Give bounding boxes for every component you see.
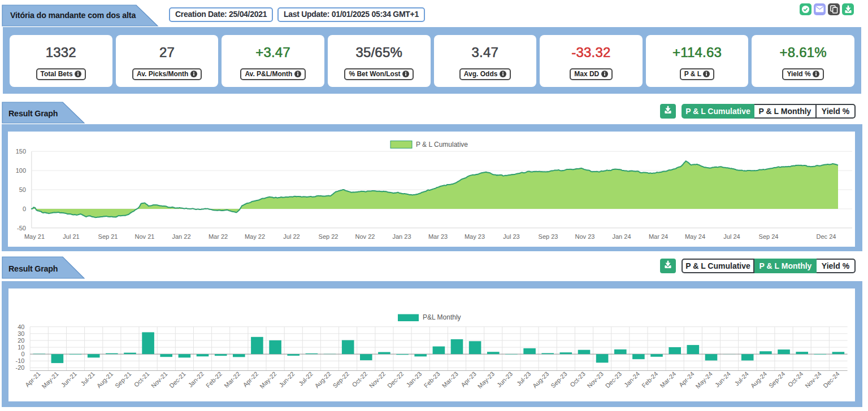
svg-text:Nov-21: Nov-21 [150,370,169,390]
svg-text:Nov-24: Nov-24 [804,370,823,390]
svg-text:20: 20 [18,337,24,344]
svg-text:Mar-23: Mar-23 [441,370,459,389]
svg-text:May-21: May-21 [40,370,59,390]
svg-text:Sep-24: Sep-24 [767,370,787,390]
svg-text:May-23: May-23 [476,370,496,390]
svg-text:Sep-21: Sep-21 [114,370,133,390]
svg-text:Apr-21: Apr-21 [24,370,42,388]
svg-text:Jun-21: Jun-21 [60,370,78,388]
svg-text:P&L Monthly: P&L Monthly [423,313,461,321]
svg-text:Dec-24: Dec-24 [822,370,841,390]
svg-text:Aug-23: Aug-23 [531,370,550,390]
svg-text:Apr-23: Apr-23 [459,370,478,388]
svg-text:Feb-23: Feb-23 [423,370,441,389]
svg-text:May-22: May-22 [258,370,277,390]
svg-text:Jun-22: Jun-22 [277,370,296,388]
svg-text:Nov-23: Nov-23 [585,370,605,390]
svg-text:40: 40 [18,323,24,330]
svg-text:Sep-22: Sep-22 [332,370,351,390]
svg-text:Apr-22: Apr-22 [241,370,259,388]
svg-text:Dec-22: Dec-22 [386,370,405,390]
svg-text:Jul-23: Jul-23 [515,370,532,387]
svg-text:Oct-24: Oct-24 [787,370,805,388]
svg-text:Aug-22: Aug-22 [313,370,332,390]
svg-text:0: 0 [21,351,24,357]
svg-text:-20: -20 [16,364,25,371]
svg-text:Feb-22: Feb-22 [205,370,223,389]
svg-text:Jun-23: Jun-23 [496,370,514,388]
svg-text:Jul-24: Jul-24 [733,370,750,387]
svg-text:Apr-24: Apr-24 [678,370,696,388]
svg-text:Jun-24: Jun-24 [714,370,732,388]
svg-text:Jul-22: Jul-22 [297,370,314,387]
svg-text:Oct-23: Oct-23 [568,370,587,388]
svg-text:Feb-24: Feb-24 [640,370,659,389]
svg-text:Jan-24: Jan-24 [623,370,641,388]
svg-text:Oct-22: Oct-22 [350,370,368,388]
svg-text:Mar-24: Mar-24 [658,370,677,389]
svg-text:Jan-22: Jan-22 [187,370,205,388]
svg-text:Aug-21: Aug-21 [96,370,115,390]
svg-text:Dec-21: Dec-21 [168,370,187,390]
svg-text:-10: -10 [16,357,25,364]
svg-text:Dec-23: Dec-23 [604,370,623,390]
svg-text:Aug-24: Aug-24 [749,370,769,390]
svg-text:30: 30 [18,330,24,337]
svg-text:Jan-23: Jan-23 [405,370,423,388]
svg-text:Nov-22: Nov-22 [368,370,387,390]
svg-text:Sep-23: Sep-23 [549,370,568,390]
svg-text:Mar-22: Mar-22 [223,370,241,389]
svg-text:10: 10 [18,344,24,351]
svg-text:May-24: May-24 [694,370,713,390]
svg-text:Oct-21: Oct-21 [133,370,151,388]
svg-text:Jul-21: Jul-21 [79,370,96,387]
